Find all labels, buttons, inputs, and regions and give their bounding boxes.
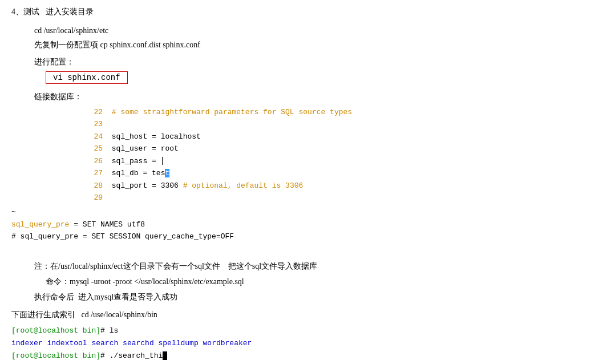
sql-key-1: sql_query_pre bbox=[11, 220, 69, 229]
terminal-line-2: indexer indextool search searchd spelldu… bbox=[11, 337, 604, 350]
note3: 执行命令后 进入mysql查看是否导入成功 bbox=[11, 290, 604, 304]
code-key-24: sql_host bbox=[112, 132, 152, 141]
terminal-cmd-partial: # ./search_thi bbox=[100, 351, 163, 360]
terminal-line-3: [root@localhost bin]# ./search_thi bbox=[11, 350, 604, 362]
code-line-22: 22 # some straightforward parameters for… bbox=[86, 106, 604, 118]
main-content: 4、测试 进入安装目录 cd /usr/local/sphinx/etc 先复制… bbox=[0, 0, 615, 364]
line-num-24: 24 bbox=[86, 131, 103, 143]
terminal-cmd-wordbreaker: wordbreaker bbox=[203, 339, 252, 347]
code-line-26: 26 sql_pass = bbox=[86, 155, 604, 167]
config-copy-label: 先复制一份配置项 cp sphinx.conf.dist sphinx.conf bbox=[11, 38, 604, 52]
sql-query-pre-2: # sql_query_pre = SET SESSION query_cach… bbox=[11, 230, 604, 242]
tilde-line: ~ bbox=[11, 206, 604, 218]
line-num-22: 22 bbox=[86, 106, 103, 118]
line-num-25: 25 bbox=[86, 143, 103, 155]
code-key-28: sql_port bbox=[112, 181, 152, 190]
note2: 命令：mysql -uroot -proot </usr/local/sphin… bbox=[11, 274, 604, 289]
code-comment-22: # some straightforward parameters for SQ… bbox=[112, 108, 352, 116]
terminal-cmd-indextool: indextool bbox=[47, 339, 87, 347]
terminal-block: [root@localhost bin]# ls indexer indexto… bbox=[11, 325, 604, 362]
cmd-cd: cd /usr/local/sphinx/etc bbox=[11, 23, 604, 38]
terminal-prompt-green: [root@localhost bin] bbox=[11, 326, 100, 335]
code-val-27-highlight: t bbox=[165, 169, 169, 177]
line-num-27: 27 bbox=[86, 167, 103, 179]
terminal-cmd-indexer: indexer bbox=[11, 339, 43, 347]
terminal-cmd-spelldump: spelldump bbox=[159, 339, 199, 347]
vi-cmd-container: vi sphinx.conf bbox=[11, 69, 604, 86]
separator-1 bbox=[11, 246, 604, 256]
terminal-prompt-hash: # ls bbox=[100, 326, 118, 335]
line-num-23: 23 bbox=[86, 118, 103, 130]
vi-cmd-box[interactable]: vi sphinx.conf bbox=[46, 71, 128, 84]
code-line-23: 23 bbox=[86, 118, 604, 130]
code-key-25: sql_user bbox=[112, 144, 152, 153]
code-block: 22 # some straightforward parameters for… bbox=[86, 106, 604, 204]
sql-query-pre-1: sql_query_pre = SET NAMES utf8 bbox=[11, 219, 604, 230]
terminal-cmd-searchd: searchd bbox=[123, 339, 154, 347]
note1: 注：在/usr/local/sphinx/ect这个目录下会有一个sql文件 把… bbox=[11, 259, 604, 273]
code-line-28: 28 sql_port = 3306 # optional, default i… bbox=[86, 180, 604, 192]
line-num-29: 29 bbox=[86, 192, 103, 204]
gen-index-label: 下面进行生成索引 cd /use/local/sphinx/bin bbox=[11, 308, 604, 322]
terminal-cmd-search: search bbox=[91, 339, 118, 347]
code-line-29: 29 bbox=[86, 192, 604, 204]
code-key-27: sql_db bbox=[112, 169, 143, 177]
code-line-24: 24 sql_host = localhost bbox=[86, 131, 604, 143]
sql-comment-2: # sql_query_pre bbox=[11, 232, 78, 241]
config-action-label: 进行配置： bbox=[11, 55, 604, 69]
line-num-26: 26 bbox=[86, 155, 103, 167]
code-val-28: 3306 bbox=[161, 181, 183, 190]
terminal-cursor bbox=[163, 351, 167, 360]
code-line-25: 25 sql_user = root bbox=[86, 143, 604, 155]
line-num-28: 28 bbox=[86, 180, 103, 192]
section-header: 4、测试 进入安装目录 bbox=[11, 5, 604, 19]
db-link-label: 链接数据库： bbox=[11, 90, 604, 104]
code-comment-28: # optional, default is 3306 bbox=[183, 181, 304, 190]
sql-query-block: ~ sql_query_pre = SET NAMES utf8 # sql_q… bbox=[11, 206, 604, 242]
code-line-27: 27 sql_db = test bbox=[86, 167, 604, 179]
code-val-27: tes bbox=[152, 169, 165, 177]
terminal-prompt-green-2: [root@localhost bin] bbox=[11, 351, 100, 360]
cursor-indicator bbox=[162, 157, 167, 165]
code-val-24: localhost bbox=[161, 132, 201, 141]
code-val-25: root bbox=[161, 144, 179, 153]
terminal-line-1: [root@localhost bin]# ls bbox=[11, 325, 604, 337]
code-key-26: sql_pass bbox=[112, 157, 152, 165]
